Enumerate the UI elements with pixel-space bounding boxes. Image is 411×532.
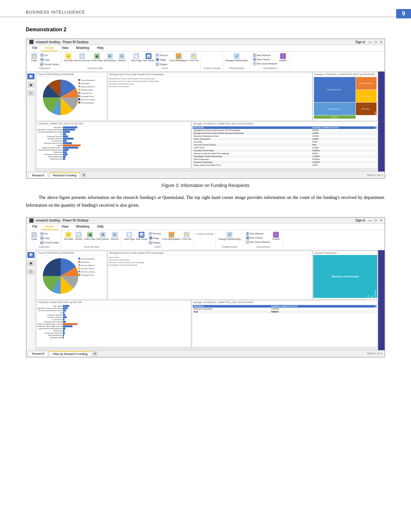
- signin-link-2[interactable]: Sign in: [356, 219, 366, 222]
- pbi-window-1: ⬛ research funding - Power BI Desktop Si…: [26, 39, 385, 179]
- table-container-1: PROGRAM FUNDING COMMITTED DIGIT Aborigin…: [192, 126, 377, 167]
- enter-data-button-2[interactable]: ▦ Enter Data: [84, 232, 95, 240]
- cut-button-2[interactable]: ✂ Cut: [40, 232, 59, 236]
- maximize-icon[interactable]: □: [375, 40, 377, 44]
- from-file-button[interactable]: 📁 From File: [189, 53, 199, 62]
- paste-button-2[interactable]: 📋 Paste: [30, 232, 39, 240]
- data-view-icon-2[interactable]: ▦: [27, 261, 34, 266]
- panel-arrows-1[interactable]: › ‹: [377, 121, 384, 122]
- panel-tab-filters-1[interactable]: FILTERS: [367, 115, 370, 128]
- new-column-button-2[interactable]: ⊞ New Column: [246, 236, 270, 240]
- image-button-2[interactable]: 🖼 Image: [149, 236, 161, 240]
- chart-aboriginal-title-1: Aboriginal and Torres Strait Islander Ph…: [108, 73, 312, 76]
- panel-tab-fields-1[interactable]: FIELDS: [370, 116, 373, 127]
- maximize-icon-2[interactable]: □: [375, 219, 377, 222]
- hbar-row-5: Consumer Services: [37, 135, 190, 137]
- tab-help[interactable]: Help: [93, 45, 108, 51]
- recent-sources-button-2[interactable]: 🕐 Recent: [74, 232, 83, 240]
- chart-treemap-title-1: Manager of FUNDING_COMMITTED_DIGIT by PR…: [313, 73, 377, 76]
- page-tab-research-1[interactable]: Research: [28, 173, 48, 178]
- ab2-row-3: Johnson & Johnson Quick Fire Challenge: [109, 261, 311, 263]
- panel-tab-filters-2[interactable]: FILTERS: [367, 294, 370, 306]
- report-view-icon-2[interactable]: 📊: [27, 252, 34, 258]
- model-view-icon-2[interactable]: ⬡: [27, 269, 34, 275]
- add-page-tab-2[interactable]: +: [93, 351, 98, 356]
- pbi-title: research funding - Power BI Desktop: [36, 40, 88, 44]
- new-quick-measure-button[interactable]: ⚡ New Quick Measure: [253, 62, 277, 65]
- publish-button[interactable]: ↑ Publish: [279, 53, 288, 62]
- titlebar-left: ⬛ research funding - Power BI Desktop: [29, 40, 88, 44]
- hbar-row-13: Energy and clean tech: [37, 153, 190, 155]
- shapes-button-2[interactable]: ◻ Shapes: [149, 241, 161, 245]
- format-painter-button[interactable]: 🖌 Format Painter: [40, 62, 59, 66]
- tab-help-2[interactable]: Help: [93, 224, 108, 230]
- panel-tab-fields-2[interactable]: FIELDS: [370, 295, 373, 306]
- recent-sources-button[interactable]: 🕐 Recent Sources: [74, 53, 90, 62]
- add-page-tab-1[interactable]: +: [81, 172, 86, 178]
- new-page-button-2[interactable]: 📄 New Page: [124, 232, 134, 240]
- model-view-icon[interactable]: ⬡: [27, 90, 34, 96]
- copy-label: Copy: [44, 59, 49, 61]
- copy-button-2[interactable]: ⧉ Copy: [40, 236, 59, 240]
- calc-btns: ∑ New Measure ⊞ New Column ⚡ New Quick M…: [253, 53, 277, 65]
- minimize-icon[interactable]: —: [368, 40, 372, 44]
- edit-queries-button-2[interactable]: ⚙ Edit Queries: [97, 232, 109, 240]
- shapes-button[interactable]: ◻ Shapes: [155, 62, 168, 66]
- report-view-icon[interactable]: 📊: [27, 74, 34, 79]
- from-marketplace-button[interactable]: 🏪 From Marketplace: [169, 53, 187, 62]
- treemap-cell-3: Sprint Ideas: [356, 90, 377, 103]
- data-view-icon[interactable]: ▦: [27, 82, 34, 88]
- from-file-button-2[interactable]: 📁 From File: [182, 232, 191, 240]
- get-data-button[interactable]: ≡ Get Data: [64, 53, 73, 62]
- new-quick-measure-button-2[interactable]: ⚡ New Quick Measure: [246, 240, 270, 244]
- minimize-icon-2[interactable]: —: [368, 219, 372, 222]
- calculations-label-2: Calculations: [256, 245, 270, 248]
- new-measure-button[interactable]: ∑ New Measure: [253, 53, 277, 57]
- hbar-row-11: Gastrointestinal Manufacturing: [37, 149, 190, 151]
- textbox-button-2[interactable]: T Text box: [149, 232, 161, 236]
- page-tab-research-funding-1[interactable]: Research Funding: [49, 172, 80, 178]
- from-marketplace-button-2[interactable]: 🏪 From Marketplace: [162, 232, 181, 240]
- new-column-button[interactable]: ⊞ New Column: [253, 57, 277, 61]
- format-painter-button-2[interactable]: 🖌 Format Painter: [40, 241, 59, 245]
- tab-view[interactable]: View: [58, 45, 73, 51]
- copy-icon: ⧉: [40, 58, 44, 62]
- close-icon-2[interactable]: ×: [380, 219, 382, 222]
- manage-relationships-button-2[interactable]: 🔗 Manage Relationships: [219, 232, 241, 240]
- tab-file[interactable]: File: [28, 45, 41, 51]
- pbi-main-2: 📊 ▦ ⬡ Count of PROGRAM by PROGRAM: [26, 250, 385, 350]
- cut-button[interactable]: ✂ Cut: [40, 53, 59, 57]
- image-button[interactable]: 🖼 Image: [155, 58, 168, 62]
- cut-icon: ✂: [40, 53, 44, 57]
- signin-link[interactable]: Sign in: [356, 40, 366, 44]
- panel-tab-visualizations-2[interactable]: VISUALIZATIONS: [374, 289, 377, 311]
- tab-home-2[interactable]: Home: [41, 224, 58, 230]
- new-measure-button-2[interactable]: ∑ New Measure: [246, 232, 270, 236]
- close-icon[interactable]: ×: [380, 40, 382, 44]
- page-tab-filter-research-funding-2[interactable]: Filter by Research Funding: [49, 351, 91, 356]
- hbar-row-2: Agriculture, Forestry and Fisheries: [37, 129, 190, 131]
- svg-rect-10: [78, 95, 80, 97]
- shapes-label: Shapes: [160, 63, 167, 65]
- tab-file-2[interactable]: File: [28, 224, 41, 230]
- tab-modeling-2[interactable]: Modeling: [72, 224, 93, 230]
- get-data-button-2[interactable]: ≡ Get Data: [64, 232, 73, 240]
- enter-data-button[interactable]: ▦ Enter Data: [92, 53, 102, 62]
- manage-relationships-button[interactable]: 🔗 Manage Relationships: [226, 53, 248, 62]
- publish-button-2[interactable]: ↑ Publish: [271, 232, 280, 240]
- tab-view-2[interactable]: View: [58, 224, 73, 230]
- new-page-button[interactable]: 📄 New Page: [131, 53, 142, 62]
- new-visual-button-2[interactable]: 📊 New Visual: [136, 232, 147, 240]
- refresh-button-2[interactable]: ↻ Refresh: [110, 232, 119, 240]
- refresh-button[interactable]: ↻ Refresh: [117, 53, 126, 62]
- page-tab-research-2[interactable]: Research: [28, 351, 48, 356]
- paste-button[interactable]: 📋 Paste: [30, 53, 39, 62]
- copy-button[interactable]: ⧉ Copy: [40, 58, 59, 62]
- new-visual-button[interactable]: 📊 New Visual: [143, 53, 154, 62]
- tab-home[interactable]: Home: [41, 45, 58, 51]
- tab-modeling[interactable]: Modeling: [72, 45, 93, 51]
- textbox-button[interactable]: T Text box: [155, 53, 168, 57]
- edit-queries-button[interactable]: ⚙ Edit Queries: [104, 53, 116, 62]
- panel-tab-visualizations-1[interactable]: VISUALIZATIONS: [374, 110, 377, 133]
- panel-arrows-2[interactable]: › ‹: [377, 300, 384, 300]
